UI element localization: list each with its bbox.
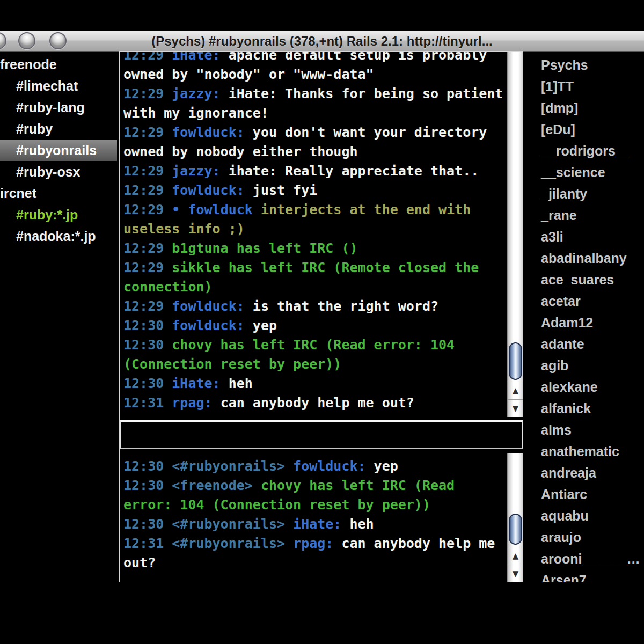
chat-message: 12:29 fowlduck: is that the right word? <box>123 297 507 316</box>
message-time: 12:30 <box>123 516 172 532</box>
chat-message: 12:30 <#rubyonrails> iHate: heh <box>123 515 507 534</box>
message-time: 12:29 <box>123 86 172 101</box>
message-text: can anybody help me out? <box>221 395 414 411</box>
user-list-item[interactable]: aquabu <box>523 505 644 526</box>
message-nick: fowlduck: <box>172 125 253 140</box>
chat-scrollbar-thumb[interactable] <box>509 342 522 380</box>
message-event: sikkle has left IRC (Remote closed the c… <box>123 260 479 295</box>
message-time: 12:29 <box>123 163 172 179</box>
console-scrollbar-arrows: ▲ ▼ <box>508 547 523 582</box>
message-nick: rpag: <box>293 536 341 551</box>
sidebar-server-ircnet[interactable]: ircnet <box>0 182 117 204</box>
message-nick: fowlduck: <box>172 298 253 314</box>
message-chan: <#rubyonrails> <box>172 536 293 551</box>
sidebar-item-ruby-lang[interactable]: #ruby-lang <box>0 97 117 118</box>
scroll-down-button[interactable]: ▼ <box>508 565 523 582</box>
sidebar-item-rubyonrails[interactable]: #rubyonrails <box>0 140 117 161</box>
user-list-item[interactable]: __rodrigors__ <box>523 140 644 162</box>
minimize-button[interactable] <box>18 32 35 49</box>
message-text: just fyi <box>253 182 317 198</box>
message-time: 12:29 <box>123 52 172 63</box>
message-event: b1gtuna has left IRC () <box>172 240 357 256</box>
message-time: 12:29 <box>123 125 172 140</box>
message-time: 12:29 <box>123 260 172 275</box>
user-list-item[interactable]: andreaja <box>523 462 644 484</box>
sidebar-item-limechat[interactable]: #limechat <box>0 75 117 97</box>
message-text: ihate: Really appreciate that.. <box>229 163 479 179</box>
user-list-item[interactable]: alexkane <box>523 376 644 398</box>
console-scrollbar-thumb[interactable] <box>509 514 522 545</box>
user-list-item[interactable]: [1]TT <box>523 76 644 97</box>
user-list-item[interactable]: Psychs <box>523 54 644 76</box>
user-list-item[interactable]: _jilanty <box>523 183 644 204</box>
user-list-item[interactable]: adante <box>523 333 644 355</box>
chat-message: 12:29 fowlduck: just fyi <box>123 181 507 200</box>
user-list-item[interactable]: Arsen7 <box>523 569 644 582</box>
message-text: yep <box>374 458 398 474</box>
message-chan: <#rubyonrails> <box>172 458 293 474</box>
message-time: 12:29 <box>123 240 172 256</box>
message-time: 12:30 <box>123 337 172 353</box>
message-time: 12:31 <box>123 395 172 411</box>
message-time: 12:29 <box>123 182 172 198</box>
chat-message: 12:30 chovy has left IRC (Read error: 10… <box>123 335 507 374</box>
message-nick: fowlduck: <box>172 182 253 198</box>
chat-message: 12:31 <#rubyonrails> rpag: can anybody h… <box>123 534 507 573</box>
message-time: 12:31 <box>123 536 172 551</box>
message-nick: fowlduck: <box>293 458 374 474</box>
message-text: heh <box>349 516 374 532</box>
message-nick: fowlduck: <box>172 318 253 333</box>
chat-message: 12:30 iHate: heh <box>123 374 507 393</box>
user-list-item[interactable]: acetar <box>523 290 644 312</box>
console-log: 12:30 <#rubyonrails> fowlduck: yep12:30 … <box>120 457 507 573</box>
message-text: is that the right word? <box>253 298 438 314</box>
chat-scrollbar[interactable]: ▲ ▼ <box>507 52 523 417</box>
user-list-item[interactable]: arooni______… <box>523 548 644 569</box>
console-scrollbar[interactable]: ▲ ▼ <box>507 453 523 582</box>
user-list-item[interactable]: a3li <box>523 226 644 247</box>
user-list-item[interactable]: alfanick <box>523 398 644 419</box>
message-time: 12:30 <box>123 376 172 391</box>
user-list-item[interactable]: agib <box>523 355 644 376</box>
message-time: 12:30 <box>123 478 172 493</box>
user-list-item[interactable]: abadinalbany <box>523 247 644 269</box>
user-list-item[interactable]: alms <box>523 419 644 441</box>
message-nick: iHate: <box>172 52 228 63</box>
user-list-item[interactable]: Antiarc <box>523 484 644 505</box>
chat-message: 12:29 jazzy: iHate: Thanks for being so … <box>123 84 507 123</box>
sidebar-item-ruby-osx[interactable]: #ruby-osx <box>0 161 117 182</box>
window-titlebar[interactable]: (Psychs) #rubyonrails (378,+nt) Rails 2.… <box>0 31 644 52</box>
message-time: 12:29 <box>123 202 172 217</box>
user-list-item[interactable]: ace_suares <box>523 269 644 290</box>
scroll-down-button[interactable]: ▼ <box>508 400 523 417</box>
chat-message: 12:30 fowlduck: yep <box>123 316 507 335</box>
sidebar-server-freenode[interactable]: freenode <box>0 54 117 75</box>
user-list-item[interactable]: anathematic <box>523 441 644 462</box>
message-nick: iHate: <box>172 376 228 391</box>
message-text: yep <box>253 318 277 333</box>
desktop: (Psychs) #rubyonrails (378,+nt) Rails 2.… <box>0 0 644 644</box>
window-title: (Psychs) #rubyonrails (378,+nt) Rails 2.… <box>0 31 644 52</box>
sidebar-item-ruby-jp[interactable]: #ruby:*.jp <box>0 204 117 225</box>
user-list: Psychs[1]TT[dmp][eDu]__rodrigors____scie… <box>523 52 644 582</box>
user-list-item[interactable]: araujo <box>523 526 644 548</box>
scroll-up-button[interactable]: ▲ <box>508 382 523 400</box>
message-nick: iHate: <box>293 516 349 532</box>
user-list-item[interactable]: __science <box>523 162 644 183</box>
user-list-item[interactable]: [dmp] <box>523 97 644 119</box>
sidebar-item-nadoka-jp[interactable]: #nadoka:*.jp <box>0 225 117 247</box>
user-list-item[interactable]: [eDu] <box>523 119 644 140</box>
message-input[interactable] <box>120 420 523 449</box>
message-nick: jazzy: <box>172 86 228 101</box>
chat-panel: 12:29 iHate: apache default setup is pro… <box>120 52 507 417</box>
chat-message: 12:30 <freenode> chovy has left IRC (Rea… <box>123 476 507 515</box>
scroll-up-button[interactable]: ▲ <box>508 547 523 565</box>
user-list-item[interactable]: Adam12 <box>523 312 644 333</box>
chat-message: 12:29 b1gtuna has left IRC () <box>123 239 507 258</box>
message-nick: rpag: <box>172 395 220 411</box>
zoom-button[interactable] <box>49 32 67 49</box>
user-list-item[interactable]: _rane <box>523 204 644 226</box>
message-time: 12:30 <box>123 318 172 333</box>
chat-message: 12:29 jazzy: ihate: Really appreciate th… <box>123 162 507 181</box>
sidebar-item-ruby[interactable]: #ruby <box>0 118 117 140</box>
